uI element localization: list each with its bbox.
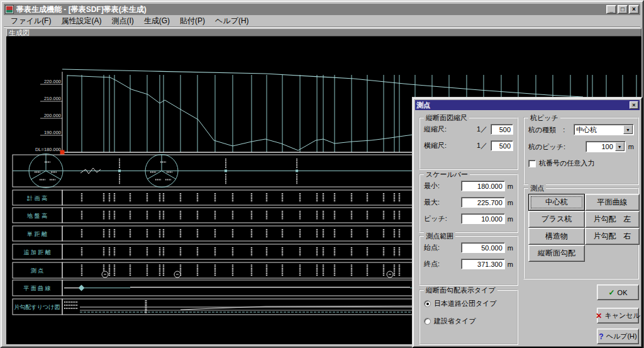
h-scale-label: 横縮尺: bbox=[424, 141, 447, 150]
profile-gradient-button[interactable]: 縦断面勾配 bbox=[528, 245, 585, 262]
h-scale-input[interactable] bbox=[491, 140, 513, 151]
menu-help[interactable]: ヘルプ(H) bbox=[211, 15, 253, 27]
group-title: 杭ピッチ bbox=[528, 113, 560, 123]
station-range-group: 測点範囲 始点: m 終点: m bbox=[419, 235, 518, 286]
group-title: 縦断面勾配表示タイプ bbox=[424, 286, 497, 295]
plus-pile-button[interactable]: プラス杭 bbox=[528, 211, 585, 228]
pile-kind-combobox[interactable]: 中心杭 ▼ bbox=[574, 124, 634, 135]
question-icon: ? bbox=[599, 332, 603, 341]
scalebar-group: スケールバー 最小: m 最大: m ピッチ: m bbox=[419, 174, 518, 233]
pile-pitch-value: 100 bbox=[586, 143, 615, 150]
elevation-label: 190.000 bbox=[44, 130, 61, 135]
maximize-button[interactable]: □ bbox=[618, 5, 628, 14]
pitch-input[interactable] bbox=[461, 213, 505, 224]
minimize-button[interactable]: _ bbox=[606, 5, 616, 14]
row-label: 追 加 距 離 bbox=[23, 249, 51, 255]
chevron-down-icon[interactable]: ▼ bbox=[623, 125, 633, 134]
radio-ministry-type[interactable]: 建設省タイプ bbox=[424, 317, 514, 326]
ok-label: OK bbox=[618, 289, 628, 296]
slope-type-group: 縦断面勾配表示タイプ 日本道路公団タイプ 建設省タイプ bbox=[419, 289, 518, 345]
row-label: 片勾配すりつけ図 bbox=[14, 304, 60, 310]
radio-label: 日本道路公団タイプ bbox=[434, 299, 497, 308]
pile-pitch-group: 杭ピッチ 杭の種類 : 中心杭 ▼ 杭のピッチ: 100 ▼ m 杭番号の任意入… bbox=[523, 117, 639, 185]
radio-jh-corporation-type[interactable]: 日本道路公団タイプ bbox=[424, 299, 514, 308]
station-buttons-group: 測点 中心杭 平面曲線 プラス杭 片勾配 左 構造物 片勾配 右 縦断面勾配 bbox=[523, 188, 639, 279]
app-icon bbox=[5, 5, 14, 14]
checkbox-icon[interactable] bbox=[528, 160, 536, 167]
start-label: 始点: bbox=[424, 243, 440, 252]
min-unit: m bbox=[508, 182, 513, 190]
menu-attribute[interactable]: 属性設定(A) bbox=[57, 15, 106, 27]
main-window: 帯表生成機能 - [帯表SDF]帯表(未生成) _ □ × ファイル(F) 属性… bbox=[0, 0, 644, 348]
min-input[interactable] bbox=[461, 181, 505, 191]
h-scale-prefix: 1／ bbox=[477, 141, 487, 150]
cancel-button[interactable]: ✕ キャンセル bbox=[597, 308, 639, 323]
elevation-label: 200.000 bbox=[44, 113, 61, 118]
checkbox-label: 杭番号の任意入力 bbox=[539, 159, 594, 168]
row-label: 平 面 曲 線 bbox=[23, 285, 51, 291]
pitch-unit: m bbox=[508, 215, 513, 223]
ok-button[interactable]: ✓ OK bbox=[597, 284, 639, 300]
dialog-close-icon[interactable]: × bbox=[630, 101, 638, 109]
pile-pitch-label: 杭のピッチ: bbox=[528, 142, 565, 152]
center-pile-button[interactable]: 中心杭 bbox=[528, 194, 585, 211]
group-title: 縦断面図縮尺 bbox=[424, 113, 469, 123]
menu-paste[interactable]: 貼付(P) bbox=[175, 15, 209, 27]
v-scale-input[interactable] bbox=[491, 124, 513, 135]
chevron-down-icon[interactable]: ▼ bbox=[615, 142, 625, 151]
pile-pitch-combobox[interactable]: 100 ▼ bbox=[586, 141, 626, 152]
menu-station[interactable]: 測点(I) bbox=[107, 15, 138, 27]
elevation-label: 210.000 bbox=[44, 96, 61, 101]
group-title: 測点範囲 bbox=[424, 232, 455, 241]
cancel-label: キャンセル bbox=[604, 311, 640, 320]
band-dot bbox=[225, 170, 227, 172]
superelevation-left-button[interactable]: 片勾配 左 bbox=[585, 211, 640, 228]
radio-icon bbox=[424, 318, 431, 325]
pile-kind-value: 中心杭 bbox=[574, 125, 623, 135]
plane-curve-button[interactable]: 平面曲線 bbox=[585, 194, 640, 211]
station-dialog: 測点 × 縦断面図縮尺 縦縮尺: 1／ 横縮尺: 1／ スケールバー 最小: bbox=[412, 97, 643, 348]
v-scale-prefix: 1／ bbox=[477, 125, 487, 134]
max-input[interactable] bbox=[461, 197, 505, 208]
menu-bar: ファイル(F) 属性設定(A) 測点(I) 生成(G) 貼付(P) ヘルプ(H) bbox=[4, 16, 640, 27]
end-unit: m bbox=[508, 261, 513, 268]
window-title: 帯表生成機能 - [帯表SDF]帯表(未生成) bbox=[16, 4, 606, 15]
menu-file[interactable]: ファイル(F) bbox=[6, 15, 55, 27]
pile-pitch-unit: m bbox=[628, 143, 634, 150]
superelevation-right-button[interactable]: 片勾配 右 bbox=[585, 228, 640, 245]
start-input[interactable] bbox=[461, 242, 505, 253]
ground-profile-line bbox=[67, 76, 413, 150]
radio-label: 建設省タイプ bbox=[434, 317, 476, 326]
start-unit: m bbox=[508, 244, 513, 252]
group-title: 測点 bbox=[528, 184, 546, 193]
end-label: 終点: bbox=[424, 259, 440, 269]
planned-profile-line bbox=[62, 69, 583, 97]
min-label: 最小: bbox=[424, 181, 440, 191]
profile-scale-group: 縦断面図縮尺 縦縮尺: 1／ 横縮尺: 1／ bbox=[419, 117, 518, 170]
row-label: 単 距 離 bbox=[27, 231, 47, 237]
close-button[interactable]: × bbox=[629, 5, 639, 14]
dialog-title-bar[interactable]: 測点 × bbox=[415, 100, 640, 110]
help-button[interactable]: ? ヘルプ(H) bbox=[597, 328, 639, 344]
pile-kind-label: 杭の種類 : bbox=[528, 125, 565, 135]
dialog-title: 測点 bbox=[416, 101, 630, 110]
pile-number-checkbox-row[interactable]: 杭番号の任意入力 bbox=[528, 159, 634, 168]
mdi-window-title: 生成図 bbox=[6, 28, 641, 36]
band-dot bbox=[118, 170, 121, 172]
max-unit: m bbox=[508, 199, 513, 206]
datum-label: DL=180.000 bbox=[35, 147, 61, 152]
selection-marker bbox=[60, 150, 65, 155]
check-icon: ✓ bbox=[609, 288, 615, 297]
menu-generate[interactable]: 生成(G) bbox=[140, 15, 174, 27]
pitch-label: ピッチ: bbox=[424, 214, 447, 223]
row-label: 計 画 高 bbox=[27, 195, 47, 201]
group-title: スケールバー bbox=[424, 170, 470, 179]
row-label: 地 盤 高 bbox=[26, 213, 47, 219]
structure-button[interactable]: 構造物 bbox=[528, 228, 585, 245]
max-label: 最大: bbox=[424, 198, 440, 207]
curve-marker bbox=[79, 285, 85, 291]
help-label: ヘルプ(H) bbox=[606, 332, 637, 341]
end-input[interactable] bbox=[461, 259, 505, 269]
title-bar: 帯表生成機能 - [帯表SDF]帯表(未生成) _ □ × bbox=[4, 4, 640, 15]
radio-icon bbox=[424, 300, 431, 307]
